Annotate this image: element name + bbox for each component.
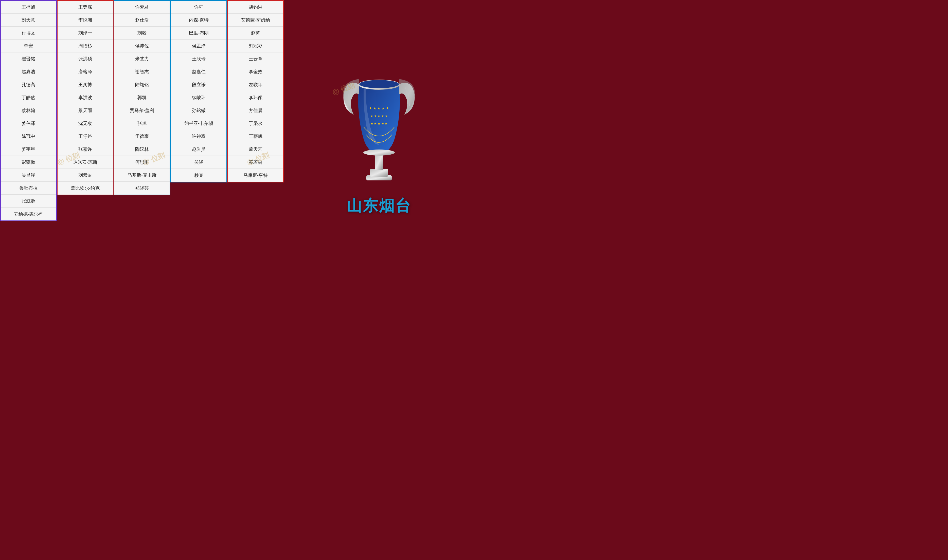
- player-item: 郭凯: [114, 91, 170, 104]
- player-item: 姜伟泽: [1, 117, 56, 130]
- player-item: 巴里-布朗: [171, 27, 227, 40]
- svg-text:★ ★ ★ ★ ★: ★ ★ ★ ★ ★: [370, 114, 388, 118]
- player-item: 内森-奈特: [171, 14, 227, 27]
- team-col-zj-lions: ZJ LIONS 浙江 许可内森-奈特巴里-布朗侯孟泽王欣瑞赵嘉仁段立谦续峻玮孙…: [170, 0, 227, 56]
- player-item: 侯孟泽: [171, 40, 227, 52]
- team-col-shandong: SHANDONG 山东 许梦君赵仕浩刘毅侯沛佐米艾力谢智杰陆翊铭郭凯贾马尔-盖利…: [114, 0, 170, 56]
- player-item: 鲁吐布拉: [1, 182, 56, 195]
- player-item: 赵岩昊: [171, 143, 227, 156]
- player-item: 李洪波: [57, 91, 113, 104]
- player-item: 张洪硕: [57, 52, 113, 65]
- player-item: 达米安-琼斯: [57, 156, 113, 169]
- player-item: 刘毅: [114, 27, 170, 40]
- player-item: 吴昌泽: [1, 169, 56, 182]
- player-item: 沈无敌: [57, 117, 113, 130]
- player-item: 赵仕浩: [114, 14, 170, 27]
- player-item: 孙铭徽: [171, 104, 227, 117]
- player-item: 赵嘉仁: [171, 65, 227, 78]
- player-item: 刘泽一: [57, 27, 113, 40]
- teams-section: JL NORTHEASTERN TIGERS: [0, 0, 284, 280]
- player-item: 李安: [1, 40, 56, 52]
- player-item: 付博文: [1, 27, 56, 40]
- svg-text:★ ★ ★ ★ ★: ★ ★ ★ ★ ★: [369, 106, 390, 110]
- player-item: 方佳晨: [228, 104, 283, 117]
- team-col-zhejiang-gold: ZHEJIANG GOLDENBULLS 浙江 王奕霖李悦洲刘泽一周怡杉张洪硕唐…: [57, 0, 114, 56]
- svg-point-36: [363, 149, 395, 155]
- player-item: 王云章: [228, 52, 283, 65]
- player-item: 姜宇星: [1, 143, 56, 156]
- player-item: 何思雨: [114, 156, 170, 169]
- logos-row: JL NORTHEASTERN TIGERS: [0, 0, 284, 56]
- player-item: 米艾力: [114, 52, 170, 65]
- trophy-svg: ★ ★ ★ ★ ★ ★ ★ ★ ★ ★ ★ ★ ★ ★ ★: [333, 64, 425, 191]
- player-item: 孟天艺: [228, 143, 283, 156]
- player-item: 张旭: [114, 117, 170, 130]
- player-item: 景天雨: [57, 104, 113, 117]
- player-item: 刘双语: [57, 169, 113, 182]
- player-item: 刘冠衫: [228, 40, 283, 52]
- player-item: 陶汉林: [114, 143, 170, 156]
- player-item: 彭森傲: [1, 156, 56, 169]
- player-item: 马基斯-克里斯: [114, 169, 170, 182]
- player-item: 续峻玮: [171, 91, 227, 104]
- city-title: 山东烟台: [347, 195, 412, 216]
- player-item: 陈冠中: [1, 130, 56, 143]
- player-item: 孔德高: [1, 78, 56, 91]
- player-item: 马库斯-亨特: [228, 169, 283, 182]
- trophy-area: ★ ★ ★ ★ ★ ★ ★ ★ ★ ★ ★ ★ ★ ★ ★: [333, 64, 425, 216]
- svg-text:★ ★ ★ ★ ★: ★ ★ ★ ★ ★: [370, 122, 388, 125]
- main-container: JL NORTHEASTERN TIGERS: [0, 0, 474, 280]
- player-item: 张航源: [1, 195, 56, 208]
- player-item: 段立谦: [171, 78, 227, 91]
- player-item: 王欣瑞: [171, 52, 227, 65]
- player-item: 艾德蒙-萨姆纳: [228, 14, 283, 27]
- player-item: 李玮颜: [228, 91, 283, 104]
- player-item: 王奕霖: [57, 1, 113, 14]
- player-item: 李金效: [228, 65, 283, 78]
- player-item: 侯沛佐: [114, 40, 170, 52]
- player-item: 唐榕泽: [57, 65, 113, 78]
- whale-players-list: 胡钧淋艾德蒙-萨姆纳赵芮刘冠衫王云章李金效左联年李玮颜方佳晨于枭永王薪凯孟天艺苏…: [227, 0, 284, 182]
- player-item: 罗纳德·德尔福: [1, 208, 56, 220]
- player-item: 许钟豪: [171, 130, 227, 143]
- player-item: 贾马尔-盖利: [114, 104, 170, 117]
- player-item: 王奕博: [57, 78, 113, 91]
- player-item: 丁皓然: [1, 91, 56, 104]
- svg-point-35: [359, 80, 399, 88]
- zhejiang-gold-players-list: 王奕霖李悦洲刘泽一周怡杉张洪硕唐榕泽王奕博李洪波景天雨沈无敌王仔路张嘉许达米安-…: [57, 0, 114, 195]
- team-col-whale: SICHUAN 鲸川鲸鱼: [227, 0, 284, 56]
- player-item: 王梓旭: [1, 1, 56, 14]
- jilin-players-list: 王梓旭刘天意付博文李安崔晋铭赵嘉浩孔德高丁皓然蔡林翰姜伟泽陈冠中姜宇星彭森傲吴昌…: [0, 0, 57, 221]
- player-item: 吴晓: [171, 156, 227, 169]
- player-item: 赵芮: [228, 27, 283, 40]
- player-item: 苏若禹: [228, 156, 283, 169]
- player-item: 王薪凯: [228, 130, 283, 143]
- player-item: 许可: [171, 1, 227, 14]
- player-item: 赵嘉浩: [1, 65, 56, 78]
- player-item: 刘天意: [1, 14, 56, 27]
- right-section: ★ ★ ★ ★ ★ ★ ★ ★ ★ ★ ★ ★ ★ ★ ★: [284, 0, 474, 280]
- player-item: 周怡杉: [57, 40, 113, 52]
- player-item: 于枭永: [228, 117, 283, 130]
- player-item: 王仔路: [57, 130, 113, 143]
- player-item: 左联年: [228, 78, 283, 91]
- player-item: 赖克: [171, 169, 227, 182]
- player-item: 谢智杰: [114, 65, 170, 78]
- player-item: 胡钧淋: [228, 1, 283, 14]
- team-col-jilin: JL NORTHEASTERN TIGERS: [0, 0, 57, 56]
- player-item: 盖比埃尔-约克: [57, 182, 113, 195]
- player-item: 约书亚-卡尔顿: [171, 117, 227, 130]
- player-item: 李悦洲: [57, 14, 113, 27]
- player-item: 陆翊铭: [114, 78, 170, 91]
- player-item: 张嘉许: [57, 143, 113, 156]
- player-item: 许梦君: [114, 1, 170, 14]
- player-item: 崔晋铭: [1, 52, 56, 65]
- player-item: 蔡林翰: [1, 104, 56, 117]
- player-item: 郑晓芸: [114, 182, 170, 195]
- player-item: 于德豪: [114, 130, 170, 143]
- svg-rect-30: [375, 154, 383, 170]
- shandong-players-list: 许梦君赵仕浩刘毅侯沛佐米艾力谢智杰陆翊铭郭凯贾马尔-盖利张旭于德豪陶汉林何思雨马…: [114, 0, 170, 195]
- zj-lions-players-list: 许可内森-奈特巴里-布朗侯孟泽王欣瑞赵嘉仁段立谦续峻玮孙铭徽约书亚-卡尔顿许钟豪…: [170, 0, 227, 182]
